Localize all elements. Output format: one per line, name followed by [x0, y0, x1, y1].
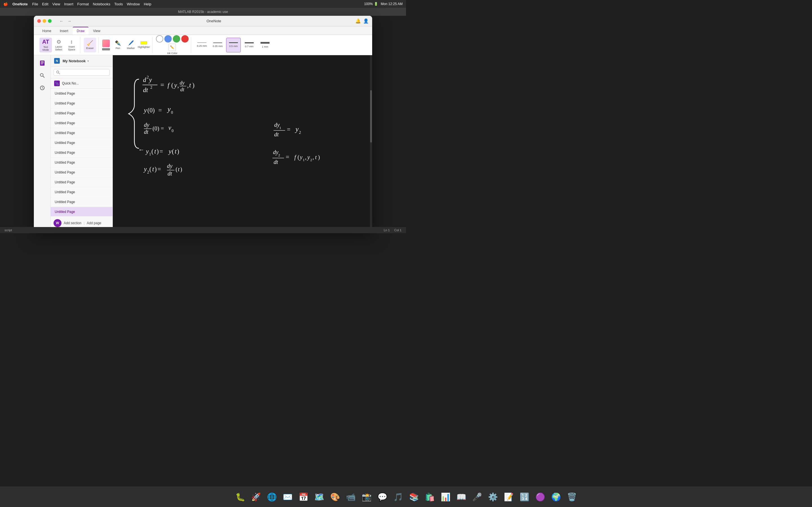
menu-tools[interactable]: Tools	[114, 2, 123, 6]
marker-label: Marker	[127, 47, 135, 50]
ink-width-07-label: 0.7 mm	[245, 45, 253, 48]
menu-view[interactable]: View	[52, 2, 60, 6]
marker-button[interactable]: 🖊️ Marker	[124, 38, 137, 52]
menu-file[interactable]: File	[32, 2, 38, 6]
list-item[interactable]: Untitled Page	[51, 158, 112, 168]
menu-window[interactable]: Window	[127, 2, 140, 6]
menu-format[interactable]: Format	[77, 2, 89, 6]
list-item[interactable]: Untitled Page	[51, 118, 112, 128]
svg-text:=: =	[157, 166, 161, 173]
apple-logo-icon[interactable]: 🍎	[3, 2, 8, 6]
close-button[interactable]	[37, 19, 41, 23]
svg-rect-2	[41, 62, 44, 63]
eraser-icon: 🧹	[87, 40, 93, 46]
quick-notes-item[interactable]: 📎 Quick No...	[51, 78, 112, 89]
ink-width-05[interactable]: 0.5 mm	[226, 38, 241, 52]
lasso-select-icon: ⊙	[57, 39, 61, 45]
color-red[interactable]	[181, 35, 189, 43]
list-item-selected[interactable]: Untitled Page	[51, 207, 112, 216]
text-mode-button[interactable]: AT Text Mode	[40, 38, 52, 52]
svg-text:): )	[180, 166, 182, 173]
svg-text:d: d	[143, 76, 146, 83]
app-name: OneNote	[12, 2, 28, 6]
tab-view[interactable]: View	[89, 27, 104, 35]
title-bar: ← → OneNote 🔔 👤	[34, 16, 372, 26]
ink-width-1[interactable]: 1 mm	[258, 38, 272, 52]
ink-width-025[interactable]: 0.25 mm	[195, 38, 209, 52]
menu-help[interactable]: Help	[144, 2, 151, 6]
search-input-wrapper[interactable]	[54, 69, 110, 76]
svg-text:): )	[156, 148, 158, 155]
svg-text:dt: dt	[274, 131, 279, 137]
svg-text:y: y	[143, 107, 147, 114]
color-circles-group: ✏️ Ink Color	[154, 37, 191, 53]
color-swatch-pink[interactable]	[102, 40, 110, 47]
notebook-chevron-icon[interactable]: ▾	[87, 59, 89, 62]
svg-text:): )	[177, 148, 179, 155]
pen-nib	[102, 48, 110, 50]
svg-text:t: t	[175, 148, 177, 155]
list-item[interactable]: Untitled Page	[51, 138, 112, 148]
svg-text:1: 1	[149, 152, 151, 156]
ink-color-dropdown[interactable]: ✏️ Ink Color	[167, 44, 177, 55]
lasso-select-button[interactable]: ⊙ Lasso Select	[52, 38, 65, 52]
svg-text:dt: dt	[143, 87, 148, 94]
list-item[interactable]: Untitled Page	[51, 168, 112, 177]
list-item[interactable]: Untitled Page	[51, 187, 112, 197]
tab-draw[interactable]: Draw	[73, 27, 89, 35]
svg-text:y: y	[174, 82, 177, 89]
minimize-button[interactable]	[43, 19, 46, 23]
user-avatar[interactable]: W	[54, 219, 61, 227]
list-item[interactable]: Untitled Page	[51, 99, 112, 108]
menu-notebooks[interactable]: Notebooks	[93, 2, 110, 6]
list-item[interactable]: Untitled Page	[51, 89, 112, 99]
insert-space-button[interactable]: ↕ Insert Space	[65, 38, 78, 52]
color-white[interactable]	[156, 35, 163, 43]
sidebar-history-icon[interactable]	[37, 82, 48, 94]
back-button[interactable]: ←	[58, 18, 64, 24]
scroll-thumb[interactable]	[370, 90, 372, 143]
svg-text:(: (	[297, 154, 299, 161]
svg-text:(: (	[175, 166, 177, 173]
notebook-name: My Notebook	[63, 59, 86, 63]
main-content: N My Notebook ▾ 📎 Quick No... Untitled P…	[34, 55, 372, 230]
color-green[interactable]	[173, 35, 180, 43]
svg-text:y: y	[149, 76, 152, 83]
svg-text:0: 0	[171, 110, 173, 115]
insert-space-icon: ↕	[70, 39, 73, 45]
sidebar-search-icon[interactable]	[37, 70, 48, 81]
ink-line-07	[245, 42, 254, 43]
text-mode-icon: AT	[42, 39, 49, 45]
list-item[interactable]: Untitled Page	[51, 197, 112, 207]
account-icon[interactable]: 👤	[363, 18, 369, 24]
ink-line-1	[260, 42, 269, 44]
scrollbar[interactable]	[370, 55, 372, 230]
bell-icon[interactable]: 🔔	[355, 18, 361, 24]
ink-width-07[interactable]: 0.7 mm	[242, 38, 257, 52]
eraser-button[interactable]: 🧹 Eraser	[84, 38, 96, 52]
pen-button[interactable]: ✒️ Pen	[112, 38, 124, 52]
menu-insert[interactable]: Insert	[64, 2, 73, 6]
ink-width-035[interactable]: 0.35 mm	[210, 38, 225, 52]
svg-text:y: y	[299, 154, 303, 161]
sidebar-notebook-icon[interactable]	[37, 57, 48, 69]
list-item[interactable]: Untitled Page	[51, 177, 112, 187]
add-section-button[interactable]: Add section	[64, 221, 82, 225]
highlighter-button[interactable]: Highlighter	[138, 38, 150, 52]
tab-home[interactable]: Home	[38, 27, 55, 35]
menu-edit[interactable]: Edit	[42, 2, 48, 6]
svg-text:y: y	[295, 125, 299, 133]
add-page-button[interactable]: Add page	[87, 221, 101, 225]
list-item[interactable]: Untitled Page	[51, 148, 112, 158]
forward-button[interactable]: →	[66, 18, 72, 24]
svg-text:(: (	[151, 148, 153, 155]
onenote-window: ← → OneNote 🔔 👤 Home Insert Draw View AT…	[34, 16, 372, 230]
maximize-button[interactable]	[48, 19, 52, 23]
tab-insert[interactable]: Insert	[56, 27, 72, 35]
color-blue[interactable]	[164, 35, 172, 43]
list-item[interactable]: Untitled Page	[51, 108, 112, 118]
svg-point-7	[57, 71, 59, 73]
highlighter-swatch	[140, 41, 147, 45]
svg-text:(: (	[149, 166, 151, 173]
list-item[interactable]: Untitled Page	[51, 128, 112, 138]
